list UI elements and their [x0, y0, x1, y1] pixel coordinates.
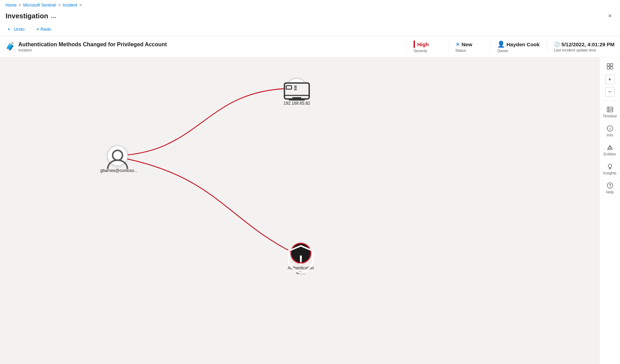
right-sidebar: + − Timeline Info	[599, 57, 620, 364]
owner-item: 👤 Hayden Cook Owner	[497, 40, 540, 53]
time-label: Last incident update time	[554, 48, 596, 52]
ip-icon	[284, 78, 310, 106]
severity-label: Severity	[414, 49, 427, 53]
sidebar-info[interactable]: Info	[601, 122, 619, 140]
incident-title-group: 🧳 Authentication Methods Changed for Pri…	[6, 41, 399, 52]
info-sep-2	[448, 40, 448, 54]
node-ip-circle	[286, 78, 307, 99]
svg-text:!: !	[298, 252, 303, 268]
sidebar-entities[interactable]: Entities	[601, 141, 619, 159]
breadcrumb: Home > Microsoft Sentinel > Incident >	[0, 0, 620, 10]
svg-rect-10	[607, 64, 610, 66]
svg-rect-14	[607, 107, 613, 112]
breadcrumb-sep1: >	[19, 3, 21, 8]
redo-button[interactable]: Redo	[32, 25, 53, 33]
sidebar-timeline-label: Timeline	[603, 114, 617, 118]
severity-value: High	[417, 41, 429, 47]
main-area: 192.168.65.82 gbarnes@contoso... ! Authe…	[0, 57, 620, 364]
time-item: 🕐 5/12/2022, 4:01:29 PM Last incident up…	[554, 41, 614, 52]
page-header: Investigation ... ×	[0, 10, 620, 24]
time-value: 5/12/2022, 4:01:29 PM	[562, 41, 614, 47]
close-button[interactable]: ×	[605, 11, 614, 21]
status-icon: ✳	[455, 41, 460, 48]
info-sep-1	[406, 40, 407, 54]
info-sep-3	[490, 40, 490, 54]
svg-point-21	[609, 146, 611, 149]
svg-point-20	[610, 127, 610, 128]
status-item: ✳ New Status	[455, 41, 483, 52]
breadcrumb-incident[interactable]: Incident	[63, 3, 77, 8]
svg-rect-11	[610, 64, 613, 66]
node-ip[interactable]: 192.168.65.82	[284, 78, 310, 106]
sidebar-insights-label: Insights	[603, 171, 617, 175]
node-alert-circle: !	[290, 243, 311, 264]
owner-icon: 👤	[497, 40, 505, 48]
graph-canvas[interactable]: 192.168.65.82 gbarnes@contoso... ! Authe…	[0, 57, 599, 364]
zoom-out-button[interactable]: −	[605, 87, 615, 97]
fit-icon	[607, 63, 613, 70]
svg-rect-5	[294, 86, 297, 87]
svg-rect-13	[610, 67, 613, 69]
severity-dot	[414, 40, 415, 48]
sidebar-divider-1	[604, 100, 616, 100]
breadcrumb-sep3: >	[79, 3, 82, 8]
sidebar-info-label: Info	[607, 133, 613, 137]
status-label: Status	[455, 48, 466, 52]
sidebar-entities-label: Entities	[603, 152, 616, 156]
incident-sub: Incident	[18, 48, 167, 52]
page-title: Investigation	[6, 12, 48, 20]
severity-row: High	[414, 40, 429, 48]
insights-icon	[607, 163, 613, 170]
redo-icon	[34, 27, 39, 32]
user-icon	[100, 145, 135, 173]
help-icon	[607, 182, 613, 189]
sidebar-timeline[interactable]: Timeline	[601, 103, 619, 121]
page-title-group: Investigation ...	[6, 12, 56, 20]
breadcrumb-sep2: >	[58, 3, 61, 8]
svg-point-25	[610, 187, 610, 188]
owner-value: Hayden Cook	[507, 41, 540, 47]
svg-point-22	[608, 164, 612, 167]
owner-label: Owner	[497, 49, 508, 53]
alert-shield-icon: !	[284, 243, 318, 275]
status-row: ✳ New	[455, 41, 472, 48]
node-user-circle	[107, 145, 128, 166]
sidebar-help-label: Help	[606, 190, 614, 194]
info-icon	[607, 125, 613, 132]
node-user[interactable]: gbarnes@contoso...	[100, 145, 135, 173]
timeline-icon	[607, 106, 613, 113]
zoom-in-button[interactable]: +	[605, 75, 615, 84]
svg-rect-7	[294, 89, 297, 90]
breadcrumb-sentinel[interactable]: Microsoft Sentinel	[23, 3, 56, 8]
incident-title-block: Authentication Methods Changed for Privi…	[18, 41, 167, 52]
incident-icon: 🧳	[6, 42, 15, 51]
owner-row: 👤 Hayden Cook	[497, 40, 540, 48]
incident-title: Authentication Methods Changed for Privi…	[18, 41, 167, 48]
time-icon: 🕐	[554, 41, 560, 47]
svg-rect-6	[294, 87, 297, 88]
toolbar: Undo Redo	[0, 24, 620, 36]
sidebar-fit[interactable]	[601, 60, 619, 73]
severity-item: High Severity	[414, 40, 441, 53]
info-sep-4	[547, 40, 547, 54]
status-value: New	[462, 41, 472, 47]
time-row: 🕐 5/12/2022, 4:01:29 PM	[554, 41, 614, 47]
undo-button[interactable]: Undo	[6, 25, 27, 33]
info-bar: 🧳 Authentication Methods Changed for Pri…	[0, 36, 620, 57]
sidebar-help[interactable]: Help	[601, 179, 619, 197]
sidebar-insights[interactable]: Insights	[601, 160, 619, 178]
undo-icon	[8, 27, 12, 32]
svg-point-8	[113, 150, 123, 160]
svg-rect-12	[607, 67, 610, 69]
node-alert[interactable]: ! Authentication Me...	[284, 243, 318, 275]
more-options-dots[interactable]: ...	[51, 12, 56, 20]
entities-icon	[607, 144, 613, 151]
breadcrumb-home[interactable]: Home	[6, 3, 17, 8]
